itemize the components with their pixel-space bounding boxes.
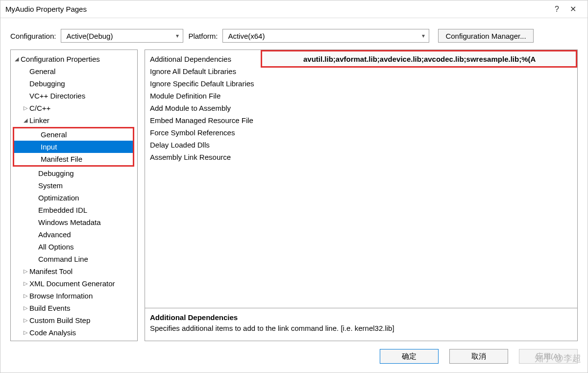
configuration-combobox[interactable]: Active(Debug) ▾ (61, 29, 183, 43)
tree-item-configuration-properties[interactable]: ◢Configuration Properties (12, 53, 136, 65)
row-add-module-to-assembly[interactable]: Add Module to Assembly (150, 102, 577, 114)
description-text: Specifies additional items to add to the… (150, 323, 572, 334)
tree-item-linker-input[interactable]: ▸Input (14, 141, 133, 153)
configuration-value: Active(Debug) (66, 32, 113, 40)
platform-value: Active(x64) (228, 32, 265, 40)
row-delay-loaded-dlls[interactable]: Delay Loaded Dlls (150, 139, 577, 151)
property-tree[interactable]: ◢Configuration Properties ▸General ▸Debu… (10, 50, 138, 341)
tree-item-vcpp-directories[interactable]: ▸VC++ Directories (12, 90, 136, 102)
chevron-down-icon: ▾ (422, 32, 425, 39)
red-highlight-value: avutil.lib;avformat.lib;avdevice.lib;avc… (261, 50, 577, 68)
red-highlight-tree: ▸General ▸Input ▸Manifest File (13, 127, 134, 167)
toolbar: Configuration: Active(Debug) ▾ Platform:… (0, 18, 588, 50)
main-area: ◢Configuration Properties ▸General ▸Debu… (0, 50, 588, 341)
grid-label: Force Symbol References (150, 126, 297, 139)
tree-item-linker-optimization[interactable]: ▸Optimization (12, 192, 136, 204)
tree-item-browse-information[interactable]: ▷Browse Information (12, 290, 136, 302)
row-module-definition-file[interactable]: Module Definition File (150, 90, 577, 102)
window-title: MyAudio Property Pages (5, 5, 555, 13)
description-title: Additional Dependencies (150, 312, 572, 323)
tree-item-code-analysis[interactable]: ▷Code Analysis (12, 326, 136, 339)
tree-item-linker-general[interactable]: ▸General (14, 128, 133, 141)
tree-item-linker-command-line[interactable]: ▸Command Line (12, 253, 136, 265)
tree-item-linker-manifest-file[interactable]: ▸Manifest File (14, 153, 133, 165)
help-icon[interactable]: ? (555, 5, 559, 14)
footer: 确定 取消 应用(A) (0, 341, 588, 373)
grid-label: Module Definition File (150, 90, 297, 102)
tree-item-manifest-tool[interactable]: ▷Manifest Tool (12, 265, 136, 277)
tree-item-debugging[interactable]: ▸Debugging (12, 77, 136, 90)
tree-item-linker-advanced[interactable]: ▸Advanced (12, 228, 136, 241)
description-panel: Additional Dependencies Specifies additi… (145, 308, 578, 341)
configuration-label: Configuration: (10, 32, 56, 40)
grid-label: Assembly Link Resource (150, 151, 297, 163)
grid-label: Ignore Specific Default Libraries (150, 77, 297, 90)
close-icon[interactable]: ✕ (562, 4, 584, 14)
row-force-symbol-references[interactable]: Force Symbol References (150, 126, 577, 139)
tree-item-linker-windows-metadata[interactable]: ▸Windows Metadata (12, 216, 136, 228)
tree-item-linker-system[interactable]: ▸System (12, 179, 136, 192)
configuration-manager-button[interactable]: Configuration Manager... (438, 29, 533, 43)
platform-label: Platform: (188, 32, 218, 40)
grid-label: Delay Loaded Dlls (150, 139, 297, 151)
apply-button[interactable]: 应用(A) (519, 349, 578, 364)
tree-item-ccpp[interactable]: ▷C/C++ (12, 102, 136, 114)
tree-item-custom-build-step[interactable]: ▷Custom Build Step (12, 314, 136, 326)
row-assembly-link-resource[interactable]: Assembly Link Resource (150, 151, 577, 163)
property-grid[interactable]: Additional Dependencies Ignore All Defau… (145, 50, 578, 308)
tree-item-xml-doc-generator[interactable]: ▷XML Document Generator (12, 277, 136, 290)
additional-dependencies-value[interactable]: avutil.lib;avformat.lib;avdevice.lib;avc… (303, 53, 536, 65)
platform-combobox[interactable]: Active(x64) ▾ (222, 29, 429, 43)
row-embed-managed-resource-file[interactable]: Embed Managed Resource File (150, 114, 577, 126)
tree-item-linker[interactable]: ◢Linker (12, 114, 136, 126)
row-ignore-specific-default-libraries[interactable]: Ignore Specific Default Libraries (150, 77, 577, 90)
chevron-down-icon: ▾ (176, 32, 179, 39)
titlebar: MyAudio Property Pages ? ✕ (0, 0, 588, 18)
right-panel: Additional Dependencies Ignore All Defau… (145, 50, 578, 341)
cancel-button[interactable]: 取消 (449, 349, 508, 364)
tree-item-linker-embedded-idl[interactable]: ▸Embedded IDL (12, 204, 136, 216)
tree-item-linker-debugging[interactable]: ▸Debugging (12, 167, 136, 179)
tree-item-general[interactable]: ▸General (12, 65, 136, 77)
grid-label: Embed Managed Resource File (150, 114, 297, 126)
tree-item-build-events[interactable]: ▷Build Events (12, 302, 136, 314)
tree-item-linker-all-options[interactable]: ▸All Options (12, 241, 136, 253)
ok-button[interactable]: 确定 (380, 349, 439, 364)
dialog-window: MyAudio Property Pages ? ✕ Configuration… (0, 0, 588, 373)
grid-label: Add Module to Assembly (150, 102, 297, 114)
